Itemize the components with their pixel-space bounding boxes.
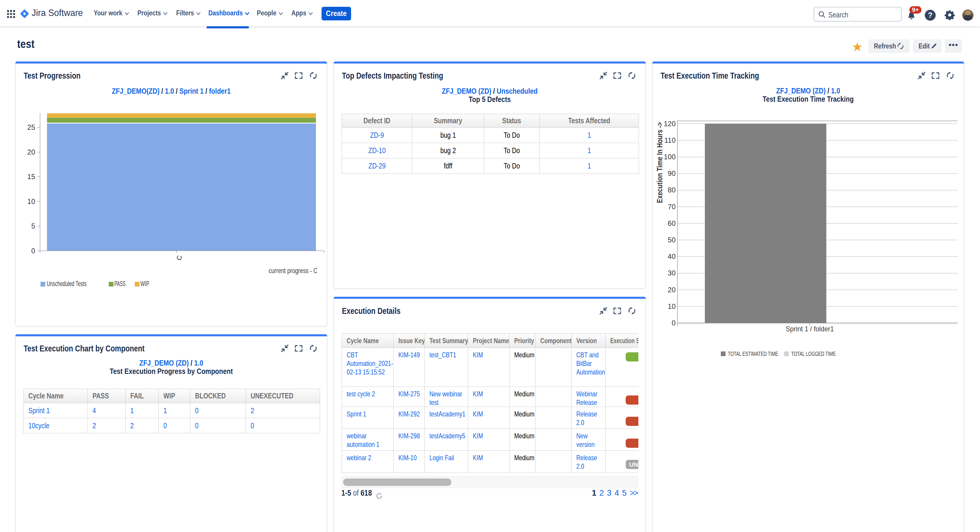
svg-text:60: 60 [668, 219, 676, 227]
svg-text:Unscheduled Tests: Unscheduled Tests [47, 280, 87, 288]
svg-text:Execution Time In Hours ->: Execution Time In Hours -> [655, 122, 664, 203]
svg-text:40: 40 [668, 252, 676, 260]
svg-text:30: 30 [668, 269, 676, 277]
svg-text:10: 10 [668, 303, 676, 311]
svg-text:15: 15 [27, 173, 35, 181]
svg-text:Sprint 1 / folder1: Sprint 1 / folder1 [786, 325, 834, 333]
svg-text:10: 10 [27, 198, 35, 205]
svg-text:110: 110 [664, 136, 676, 144]
svg-text:120: 120 [664, 120, 676, 128]
svg-text:WIP: WIP [140, 280, 149, 288]
svg-text:0: 0 [31, 247, 35, 255]
svg-text:TOTAL ESTIMATED TIME: TOTAL ESTIMATED TIME [728, 350, 778, 357]
svg-text:50: 50 [668, 236, 676, 244]
svg-text:TOTAL LOGGED TIME: TOTAL LOGGED TIME [791, 350, 836, 357]
svg-text:80: 80 [668, 186, 676, 194]
svg-text:20: 20 [27, 148, 35, 156]
svg-text:PASS: PASS [115, 280, 126, 288]
svg-text:5: 5 [31, 222, 35, 230]
svg-text:C: C [175, 255, 183, 261]
svg-text:25: 25 [27, 123, 35, 131]
svg-text:90: 90 [668, 169, 676, 177]
svg-text:current progress - C: current progress - C [269, 267, 317, 275]
svg-text:70: 70 [668, 203, 676, 211]
svg-text:100: 100 [664, 153, 676, 161]
svg-text:0: 0 [672, 319, 676, 327]
svg-text:20: 20 [668, 286, 676, 294]
